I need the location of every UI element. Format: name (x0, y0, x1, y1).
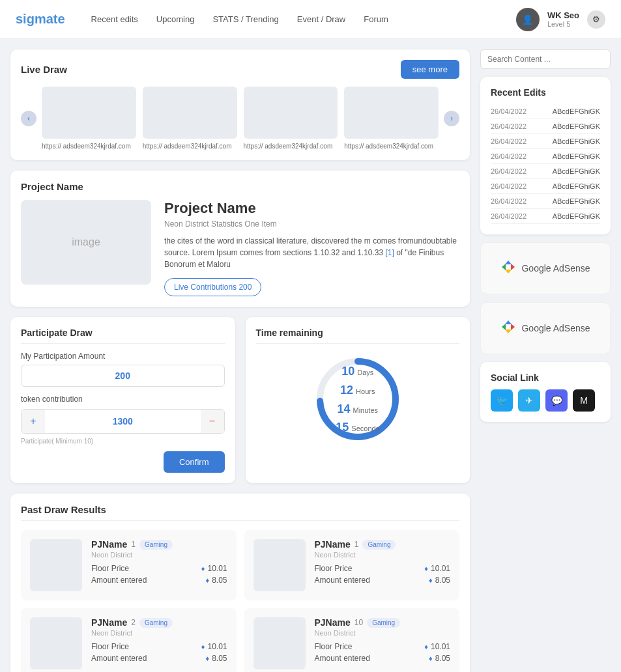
token-increase-button[interactable]: − (201, 410, 224, 433)
carousel-item: https:// adsdeem324kjrdaf.com (344, 87, 439, 150)
timer-seconds-unit: Seconds (351, 424, 379, 436)
carousel-items: https:// adsdeem324kjrdaf.com https:// a… (36, 87, 444, 150)
draw-floor-stat: Floor Price ♦10.01 (315, 564, 451, 573)
carousel-item: https:// adsdeem324kjrdaf.com (143, 87, 237, 150)
image-placeholder-text: image (72, 236, 100, 248)
draw-subtitle: Neon District (91, 551, 227, 559)
draw-pj-num: 10 (354, 618, 363, 627)
carousel-item: https:// adsdeem324kjrdaf.com (244, 87, 338, 150)
edit-date: 26/04/2022 (491, 197, 527, 205)
logo: sigmate (16, 12, 65, 27)
edit-code: ABcdEFGhiGK (553, 197, 600, 205)
nav-upcoming[interactable]: Upcoming (156, 14, 195, 24)
edit-code: ABcdEFGhiGK (553, 152, 600, 160)
draw-subtitle: Neon District (91, 629, 227, 637)
bottom-row: Participate Draw My Participation Amount… (10, 317, 470, 483)
nav-links: Recent edits Upcoming STATS / Trending E… (91, 14, 516, 24)
timer-hours-unit: Hours (356, 386, 375, 398)
timer-hours-num: 12 (340, 381, 353, 400)
nav-stats-trending[interactable]: STATS / Trending (212, 14, 278, 24)
draw-amount-stat: Amount entered ♦8.05 (91, 654, 227, 663)
draw-amount-stat: Amount entered ♦8.05 (315, 654, 451, 663)
see-more-button[interactable]: see more (401, 60, 459, 79)
recent-edit-row: 26/04/2022 ABcdEFGhiGK (491, 149, 600, 164)
carousel-prev-arrow[interactable]: ‹ (21, 111, 36, 126)
medium-icon[interactable]: M (573, 389, 595, 412)
nav-event-draw[interactable]: Event / Draw (297, 14, 345, 24)
twitter-icon[interactable]: 🐦 (491, 389, 513, 412)
time-remaining-title: Time remaining (256, 328, 460, 344)
timer-ring: 10 Days 12 Hours 14 Minutes (312, 354, 403, 447)
participate-title: Participate Draw (21, 328, 225, 344)
draw-result-card-2: PJName 2 Gaming Neon District Floor Pric… (21, 608, 237, 672)
draw-result-info: PJName 10 Gaming Neon District Floor Pri… (315, 617, 451, 669)
edit-date: 26/04/2022 (491, 167, 527, 175)
amount-input[interactable] (21, 365, 225, 387)
timer-container: 10 Days 12 Hours 14 Minutes (256, 354, 460, 445)
adsense-inner: Google AdSense (500, 319, 590, 338)
adsense-inner: Google AdSense (500, 259, 590, 278)
recent-edit-row: 26/04/2022 ABcdEFGhiGK (491, 179, 600, 194)
live-contributions-button[interactable]: Live Contributions 200 (164, 278, 261, 296)
floor-label: Floor Price (315, 642, 353, 651)
diamond-icon: ♦ (206, 654, 210, 662)
recent-edit-row: 26/04/2022 ABcdEFGhiGK (491, 209, 600, 224)
svg-marker-4 (502, 264, 506, 270)
draw-amount-stat: Amount entered ♦8.05 (91, 576, 227, 585)
draw-badge: Gaming (367, 618, 400, 628)
nav-right: 👤 WK Seo Level 5 ⚙ (516, 8, 605, 31)
draw-carousel: ‹ https:// adsdeem324kjrdaf.com https://… (21, 87, 459, 150)
confirm-button[interactable]: Confirm (164, 451, 225, 473)
recent-edits-list: 26/04/2022 ABcdEFGhiGK 26/04/2022 ABcdEF… (491, 104, 600, 224)
diamond-icon: ♦ (201, 643, 205, 651)
participation-amount-label: My Participation Amount (21, 352, 225, 361)
user-name: WK Seo (547, 10, 579, 20)
recent-edits-card: Recent Edits 26/04/2022 ABcdEFGhiGK 26/0… (480, 77, 611, 234)
token-label: token contribution (21, 395, 225, 404)
token-decrease-button[interactable]: + (22, 410, 45, 433)
carousel-next-arrow[interactable]: › (444, 111, 459, 126)
settings-icon[interactable]: ⚙ (587, 10, 605, 29)
edit-date: 26/04/2022 (491, 107, 527, 115)
edit-code: ABcdEFGhiGK (553, 122, 600, 130)
svg-marker-8 (502, 324, 506, 330)
svg-marker-6 (505, 320, 512, 324)
discord-icon[interactable]: 💬 (545, 389, 568, 412)
nav-forum[interactable]: Forum (364, 14, 388, 24)
amount-value: ♦8.05 (206, 654, 227, 663)
draw-amount-stat: Amount entered ♦8.05 (315, 576, 451, 585)
draw-result-thumb (253, 539, 306, 591)
diamond-icon: ♦ (429, 654, 433, 662)
carousel-url: https:// adsdeem324kjrdaf.com (244, 143, 338, 150)
draw-pj-name: PJName (315, 539, 351, 550)
adsense-text-2: Google AdSense (521, 323, 590, 333)
floor-label: Floor Price (315, 564, 353, 573)
draw-result-info: PJName 1 Gaming Neon District Floor Pric… (315, 539, 451, 591)
timer-days-unit: Days (357, 367, 373, 379)
amount-label: Amount entered (91, 654, 147, 663)
past-draw-card: Past Draw Results PJName 1 Gaming Neon D… (10, 494, 470, 672)
amount-value: ♦8.05 (429, 654, 450, 663)
svg-marker-3 (505, 270, 512, 273)
footnote-link[interactable]: [1] (386, 248, 394, 257)
draw-pj-num: 1 (354, 540, 359, 549)
carousel-url: https:// adsdeem324kjrdaf.com (42, 143, 136, 150)
draw-result-card-1: PJName 1 Gaming Neon District Floor Pric… (244, 530, 460, 600)
timer-minutes-num: 14 (337, 400, 350, 419)
edit-code: ABcdEFGhiGK (553, 182, 600, 190)
carousel-thumb (344, 87, 439, 139)
amount-label: Amount entered (315, 576, 370, 585)
recent-edit-row: 26/04/2022 ABcdEFGhiGK (491, 194, 600, 209)
draw-badge: Gaming (362, 540, 396, 550)
adsense-logo-icon (500, 259, 516, 278)
recent-edit-row: 26/04/2022 ABcdEFGhiGK (491, 119, 600, 134)
draw-badge: Gaming (139, 618, 173, 628)
social-icons: 🐦 ✈ 💬 M (491, 389, 600, 412)
telegram-icon[interactable]: ✈ (518, 389, 540, 412)
carousel-thumb (244, 87, 338, 139)
draw-pj-num: 2 (131, 618, 136, 627)
search-input[interactable] (480, 49, 611, 69)
timer-days-num: 10 (341, 362, 354, 381)
sidebar: Recent Edits 26/04/2022 ABcdEFGhiGK 26/0… (480, 49, 611, 672)
nav-recent-edits[interactable]: Recent edits (91, 14, 138, 24)
